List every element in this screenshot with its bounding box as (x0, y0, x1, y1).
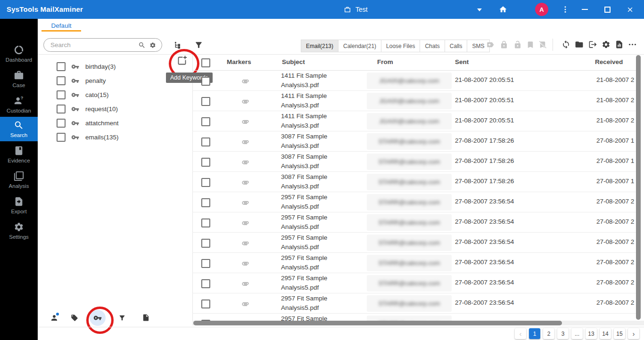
column-header-received[interactable]: Received (595, 58, 623, 65)
keyword-row[interactable]: attatchment (57, 116, 119, 130)
sidebar-item-export[interactable]: Export (0, 193, 38, 218)
table-row[interactable]: 2957 Fit Sample Analysis5.pdfSTARR@cabco… (192, 253, 636, 273)
page-button-...[interactable]: ... (571, 328, 583, 339)
row-checkbox[interactable] (201, 138, 210, 146)
chevron-right-icon[interactable]: › (628, 328, 639, 339)
table-row[interactable]: 2957 Fit Sample Analysis5.pdfSTARR@cabco… (192, 233, 636, 253)
keyword-checkbox[interactable] (57, 62, 66, 71)
view-tab-loose-files[interactable]: Loose Files (381, 40, 420, 52)
table-row[interactable]: 1411 Fit Sample Analysis3.pdfJGA00@cabco… (192, 71, 636, 91)
view-tab-email[interactable]: Email(213) (301, 40, 339, 52)
settings-icon[interactable] (602, 40, 611, 49)
page-button-15[interactable]: 15 (614, 328, 625, 339)
keyword-row[interactable]: birthday(3) (57, 59, 119, 73)
column-header-subject[interactable]: Subject (282, 58, 305, 65)
vertical-scrollbar[interactable] (636, 55, 641, 320)
row-checkbox[interactable] (201, 300, 210, 308)
table-row[interactable]: 2957 Fit Sample Analysis5.pdfSTARR@cabco… (192, 273, 636, 293)
tab-default[interactable]: Default (41, 22, 81, 29)
keyword-filter-icon[interactable] (93, 314, 102, 322)
close-icon[interactable] (627, 7, 633, 13)
page-button-1[interactable]: 1 (529, 328, 540, 339)
page-button-3[interactable]: 3 (557, 328, 569, 339)
select-all-checkbox[interactable] (201, 58, 210, 67)
sidebar-item-settings[interactable]: Settings (0, 219, 38, 243)
export-icon[interactable] (588, 40, 597, 49)
table-row[interactable]: 1411 Fit Sample Analysis3.pdfJGA00@cabco… (192, 111, 636, 131)
column-header-markers[interactable]: Markers (227, 58, 251, 65)
table-row[interactable]: 2957 Fit Sample Analysis5.pdfSTARR@cabco… (192, 293, 636, 314)
gear-icon[interactable] (149, 42, 156, 49)
sync-icon[interactable] (561, 40, 570, 49)
keyword-row[interactable]: emails(135) (57, 130, 119, 144)
page-button-2[interactable]: 2 (543, 328, 554, 339)
row-checkbox[interactable] (201, 77, 210, 86)
sidebar-item-dashboard[interactable]: Dashboard (0, 41, 38, 66)
from-cell-blurred: STARR@cabcorp.com (367, 194, 452, 210)
filter-icon[interactable] (118, 314, 126, 322)
keyword-checkbox[interactable] (57, 119, 66, 128)
vertical-scrollbar-thumb[interactable] (636, 55, 641, 320)
sent-cell: 27-08-2007 23:56:54 (455, 238, 514, 245)
table-row[interactable]: 2957 Fit Sample Analysis5.pdfSTARR@cabco… (192, 212, 636, 233)
row-checkbox[interactable] (201, 239, 210, 248)
table-row[interactable]: 3087 Fit Sample Analysis3.pdfSTARR@cabco… (192, 152, 636, 172)
keyword-checkbox[interactable] (57, 133, 66, 142)
page-button-13[interactable]: 13 (586, 328, 597, 339)
table-row[interactable]: 1411 Fit Sample Analysis3.pdfJGA00@cabco… (192, 91, 636, 111)
view-tab-chats[interactable]: Chats (420, 40, 445, 52)
received-cell: 21-08-2007 2 (596, 97, 634, 104)
row-checkbox[interactable] (201, 219, 210, 227)
more-icon[interactable] (628, 40, 637, 49)
view-tab-calendar[interactable]: Calendar(21) (338, 40, 381, 52)
row-checkbox[interactable] (201, 259, 210, 268)
page-button-14[interactable]: 14 (600, 328, 611, 339)
file-filter-icon[interactable] (142, 314, 150, 322)
case-switcher[interactable]: Test (344, 6, 368, 13)
caret-down-icon[interactable] (477, 8, 482, 11)
row-checkbox[interactable] (201, 198, 210, 207)
table-row[interactable]: 2957 Fit Sample Analysis5.pdfSTARR@cabco… (192, 192, 636, 212)
chevron-left-icon[interactable]: ‹ (515, 328, 526, 339)
minimize-icon[interactable] (582, 9, 588, 10)
funnel-icon[interactable] (194, 40, 203, 49)
view-tab-calls[interactable]: Calls (445, 40, 468, 52)
row-checkbox[interactable] (201, 97, 210, 106)
keyword-checkbox[interactable] (57, 105, 66, 113)
report-icon[interactable] (615, 40, 624, 49)
keyword-checkbox[interactable] (57, 76, 66, 85)
search-icon[interactable] (138, 41, 146, 49)
row-checkbox[interactable] (201, 117, 210, 126)
keyword-row[interactable]: request(10) (57, 102, 119, 116)
tree-icon[interactable] (173, 41, 182, 50)
dashboard-icon (14, 45, 24, 55)
keyword-search-input[interactable]: Search (43, 38, 162, 52)
table-row[interactable]: 2957 Fit Sample Analysis5.pdfSTARR@cabco… (192, 314, 636, 321)
row-checkbox[interactable] (201, 158, 210, 167)
sidebar-item-search[interactable]: Search (0, 117, 38, 141)
sidebar-item-evidence[interactable]: Evidence (0, 142, 38, 167)
table-row[interactable]: 3087 Fit Sample Analysis3.pdfSTARR@cabco… (192, 172, 636, 192)
keyword-row[interactable]: penalty (57, 73, 119, 88)
evidence-icon (14, 146, 24, 156)
maximize-icon[interactable] (604, 7, 611, 13)
keyword-checkbox[interactable] (57, 90, 66, 99)
header-divider (38, 54, 644, 55)
row-checkbox[interactable] (201, 279, 210, 288)
home-icon[interactable] (499, 5, 507, 14)
avatar[interactable]: A (535, 3, 548, 16)
kebab-menu-icon[interactable] (561, 5, 570, 14)
keyword-row[interactable]: cato(15) (57, 88, 119, 102)
horizontal-scrollbar-thumb[interactable] (193, 321, 562, 325)
tag-filter-icon[interactable] (71, 314, 78, 322)
column-header-from[interactable]: From (377, 58, 393, 65)
sidebar-item-case[interactable]: Case (0, 67, 38, 91)
row-checkbox[interactable] (201, 178, 210, 187)
sidebar-item-custodian[interactable]: ?Custodian (0, 92, 38, 117)
sidebar-item-analysis[interactable]: Analysis (0, 168, 38, 192)
table-row[interactable]: 3087 Fit Sample Analysis3.pdfSTARR@cabco… (192, 131, 636, 152)
folder-icon[interactable] (575, 40, 584, 49)
horizontal-scrollbar[interactable] (192, 321, 644, 325)
add-keywords-button[interactable] (176, 55, 188, 66)
column-header-sent[interactable]: Sent (455, 58, 469, 65)
